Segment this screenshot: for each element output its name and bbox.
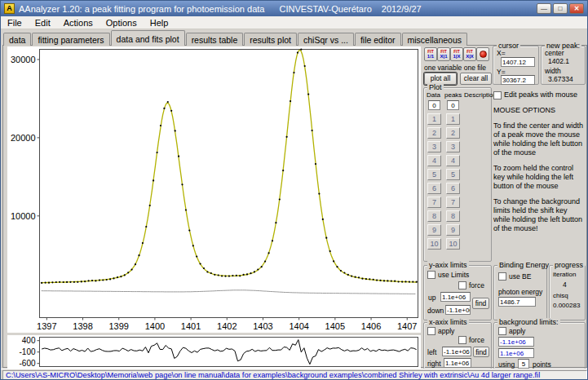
peak-select-button-7[interactable]: 7 [446,197,460,208]
svg-text:1401: 1401 [181,321,201,331]
fit-button-row: FIT 1/1 FIT X|1 FIT 1|X FIT X|X [424,47,489,61]
main-plot-panel[interactable]: 1397139813991400140114021403140414051406… [7,46,421,333]
menu-options[interactable]: Options [99,17,144,29]
data-select-button-2[interactable]: 2 [427,127,441,139]
background-limit-2-field[interactable]: 1.1e+06 [498,348,534,358]
residual-plot[interactable]: 400-100-600 [7,335,421,369]
use-be-checkbox[interactable]: use BE [498,272,531,281]
use-be-checkbox-label: use BE [509,272,531,281]
mouse-options-title: MOUSE OPTIONS [493,106,585,115]
y-up-field[interactable]: 1.1e+06 [440,292,471,302]
plot-group: Plot Data peaks Description 0 0 11223344… [423,87,492,262]
y-force-checkbox[interactable]: force [458,281,484,289]
menu-actions[interactable]: Actions [57,17,99,29]
cursor-group: cursor X= 1407.12 Y= 30367.2 [493,46,539,85]
data-select-button-3[interactable]: 3 [427,141,441,152]
peak-select-button-3[interactable]: 3 [446,141,460,152]
menu-help[interactable]: Help [144,17,175,29]
edit-peaks-checkbox[interactable]: Edit peaks with mouse [493,91,585,99]
main-plot[interactable]: 1397139813991400140114021403140414051406… [7,46,421,333]
column-header-data: Data [427,91,440,99]
window-title-date: 2012/9/27 [382,4,422,14]
app-icon: A [4,3,15,14]
peak-select-button-10[interactable]: 10 [446,238,460,250]
using-label: using [498,360,515,369]
x-left-label: left [427,348,436,356]
fit-button-4[interactable]: FIT X|X [463,47,476,61]
title-bar: A AAnalyzer 1.20: a peak fitting program… [1,1,587,16]
column-header-peaks: peaks [444,91,462,99]
data-select-button-5[interactable]: 5 [427,169,441,180]
x-right-field[interactable]: 1.1e+06 [444,358,471,368]
fit-button-4-bottom: X|X [466,54,474,60]
menu-edit[interactable]: Edit [29,17,57,29]
peak-select-button-8[interactable]: 8 [446,210,460,222]
data-select-button-6[interactable]: 6 [427,183,441,194]
chisq-label: chisq [553,292,568,299]
residual-plot-panel[interactable]: 400-100-600 [7,335,421,369]
peak-select-button-4[interactable]: 4 [446,155,460,166]
maximize-button[interactable]: □ [553,3,568,14]
new-peak-width-label: width [545,67,561,75]
application-window: A AAnalyzer 1.20: a peak fitting program… [0,0,588,380]
cursor-x-value[interactable]: 1407.12 [501,57,535,67]
background-apply-checkbox[interactable]: apply [498,327,525,335]
tab-miscellaneous[interactable]: miscellaneous [402,33,468,46]
background-points-field[interactable]: 5 [518,359,529,369]
y-force-checkbox-box [458,281,466,289]
data-select-button-1[interactable]: 1 [427,113,441,125]
background-limits-group: background limits: apply -1.1e+06 1.1e+0… [493,322,586,369]
x-left-field[interactable]: -1.1e+06 [442,347,471,356]
tab-fitting-parameters[interactable]: fitting parameters [32,33,109,46]
svg-text:400: 400 [22,336,36,345]
use-limits-checkbox[interactable]: use Limits [427,271,469,279]
x-apply-checkbox[interactable]: apply [427,327,454,335]
tab-results-plot[interactable]: results plot [244,33,297,46]
data-select-button-4[interactable]: 4 [427,155,441,166]
new-peak-center-label: center [545,49,564,57]
peak-select-button-5[interactable]: 5 [446,169,460,180]
clear-all-button[interactable]: clear all [460,73,492,85]
data-select-button-8[interactable]: 8 [427,210,441,222]
cursor-y-value[interactable]: 30367.2 [501,75,535,85]
tab-results-table[interactable]: results table [186,33,244,46]
y-axis-limits-title: y-axix limits [427,261,469,269]
status-bar: C:\Users\AS-MICRO\Desktop\Memoria\web pa… [1,369,588,380]
y-down-field[interactable]: -1.1e+06 [445,305,471,315]
data-select-button-9[interactable]: 9 [427,224,441,236]
data-select-button-7[interactable]: 7 [427,197,441,208]
fit-button-2[interactable]: FIT X|1 [437,47,450,61]
minimize-button[interactable]: — [537,3,551,14]
background-apply-checkbox-label: apply [509,327,525,335]
new-peak-width-value: 3.67334 [548,75,573,83]
tab-data-and-fits-plot[interactable]: data and fits plot [111,30,185,46]
tab-chisqr-vs[interactable]: chiSqr vs ... [298,33,354,46]
peak-select-button-1[interactable]: 1 [446,113,460,125]
close-button[interactable]: ✕ [569,3,584,14]
x-force-checkbox[interactable]: force [458,336,484,344]
menu-bar: File Edit Actions Options Help [1,16,587,29]
tab-strip: data fitting parameters data and fits pl… [3,30,468,46]
menu-file[interactable]: File [1,17,29,29]
stop-icon [480,51,487,58]
peak-select-button-9[interactable]: 9 [446,224,460,236]
y-axis-find-button[interactable]: find [472,298,489,309]
fit-button-3-bottom: 1|X [453,54,460,60]
photon-energy-field[interactable]: 1486.7 [498,297,536,307]
iteration-value: 4 [563,281,567,289]
background-limit-1-field[interactable]: -1.1e+06 [498,337,534,347]
window-title-org: CINVESTAV-Querétaro [279,4,371,14]
peaks-count-field[interactable]: 0 [447,100,459,110]
x-force-checkbox-box [458,336,466,344]
data-count-field[interactable]: 0 [428,100,440,110]
fit-button-1[interactable]: FIT 1/1 [424,47,437,61]
peak-select-button-2[interactable]: 2 [446,127,460,139]
stop-fit-button[interactable] [476,47,489,61]
fit-button-3[interactable]: FIT 1|X [450,47,463,61]
peak-select-button-6[interactable]: 6 [446,183,460,194]
data-select-button-10[interactable]: 10 [427,238,441,250]
svg-text:1404: 1404 [289,321,308,331]
x-axis-find-button[interactable]: find [473,347,489,357]
tab-data[interactable]: data [3,33,31,46]
tab-file-editor[interactable]: file editor [355,33,401,46]
